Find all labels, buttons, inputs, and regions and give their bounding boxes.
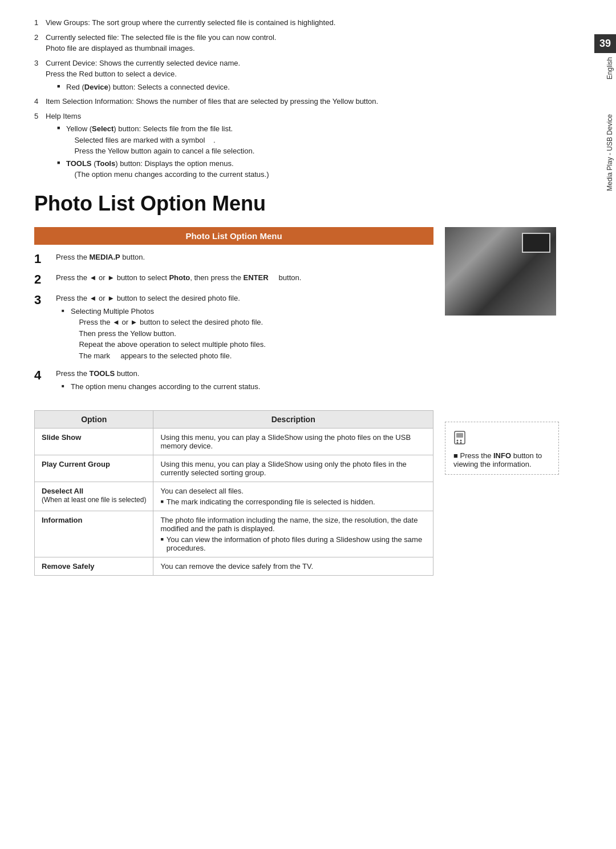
option-slideshow: Slide Show — [35, 428, 153, 455]
svg-point-3 — [460, 440, 462, 442]
desc-removesafely: You can remove the device safely from th… — [153, 557, 433, 576]
photo-thumbnail — [445, 227, 556, 316]
svg-point-4 — [457, 442, 459, 444]
svg-point-2 — [457, 440, 459, 442]
info-box-text: ■ Press the INFO button to viewing the i… — [453, 451, 550, 468]
table-row-deselectall: Deselect All (When at least one file is … — [35, 482, 433, 511]
intro-item-4: 4 Item Selection Information: Shows the … — [34, 96, 559, 107]
section-right — [445, 227, 559, 399]
desc-information: The photo file information including the… — [153, 511, 433, 557]
table-row-slideshow: Slide Show Using this menu, you can play… — [35, 428, 433, 455]
side-label-media: Media Play - USB Device — [606, 114, 614, 191]
step-4: 4 Press the TOOLS button. The option men… — [34, 368, 433, 393]
table-row-information: Information The photo file information i… — [35, 511, 433, 557]
table-row-playcurrent: Play Current Group Using this menu, you … — [35, 455, 433, 482]
side-label-english: English — [606, 57, 614, 79]
intro-item-1: 1 View Groups: The sort group where the … — [34, 17, 559, 29]
info-box-area: ■ Press the INFO button to viewing the i… — [445, 410, 559, 587]
step-3: 3 Press the ◄ or ► button to select the … — [34, 293, 433, 362]
step-1: 1 Press the MEDIA.P button. — [34, 252, 433, 266]
page-number-tab: 39 — [594, 34, 616, 53]
option-playcurrent: Play Current Group — [35, 455, 153, 482]
svg-point-5 — [460, 442, 462, 444]
steps-list: 1 Press the MEDIA.P button. 2 Press the … — [34, 252, 433, 394]
step-2: 2 Press the ◄ or ► button to select Phot… — [34, 272, 433, 287]
section-header-bar: Photo List Option Menu — [34, 227, 433, 245]
desc-deselectall: You can deselect all files. The mark ind… — [153, 482, 433, 511]
option-removesafely: Remove Safely — [35, 557, 153, 576]
table-row-removesafely: Remove Safely You can remove the device … — [35, 557, 433, 576]
desc-playcurrent: Using this menu, you can play a SlideSho… — [153, 455, 433, 482]
thumbnail-overlay — [522, 233, 550, 253]
info-icon — [453, 428, 550, 448]
col-description: Description — [153, 411, 433, 428]
intro-item-5: 5 Help Items Yellow (Select) button: Sel… — [34, 111, 559, 180]
col-option: Option — [35, 411, 153, 428]
desc-slideshow: Using this menu, you can play a SlideSho… — [153, 428, 433, 455]
svg-rect-1 — [456, 433, 463, 438]
info-box: ■ Press the INFO button to viewing the i… — [445, 422, 559, 475]
intro-list: 1 View Groups: The sort group where the … — [34, 17, 559, 180]
option-deselectall: Deselect All (When at least one file is … — [35, 482, 153, 511]
page-title: Photo List Option Menu — [34, 192, 559, 216]
remote-icon — [453, 428, 471, 445]
option-table-area: Option Description Slide Show Using this… — [34, 410, 433, 587]
intro-item-3: 3 Current Device: Shows the currently se… — [34, 58, 559, 93]
intro-item-2: 2 Currently selected file: The selected … — [34, 32, 559, 54]
section-left: Photo List Option Menu 1 Press the MEDIA… — [34, 227, 433, 399]
option-information: Information — [35, 511, 153, 557]
option-table: Option Description Slide Show Using this… — [34, 410, 433, 576]
